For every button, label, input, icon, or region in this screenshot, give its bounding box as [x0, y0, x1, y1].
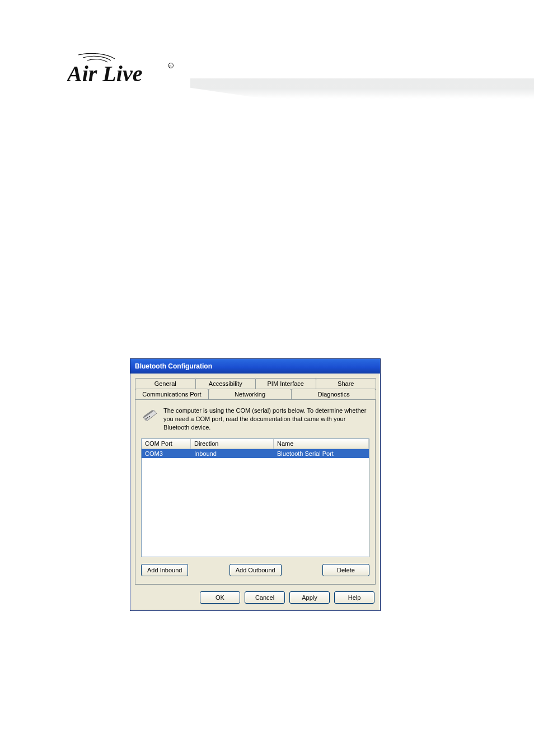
col-name[interactable]: Name — [274, 439, 369, 449]
col-direction[interactable]: Direction — [191, 439, 274, 449]
tab-networking[interactable]: Networking — [208, 389, 292, 400]
tab-general[interactable]: General — [135, 378, 196, 389]
svg-point-4 — [147, 417, 148, 418]
page-header: Air Live R — [0, 0, 534, 118]
list-header: COM Port Direction Name — [142, 439, 369, 449]
add-inbound-button[interactable]: Add Inbound — [141, 564, 188, 576]
dialog-title: Bluetooth Configuration — [135, 362, 212, 370]
dialog-button-row: OK Cancel Apply Help — [130, 587, 380, 610]
tab-label: General — [154, 380, 176, 387]
cancel-button[interactable]: Cancel — [245, 591, 285, 604]
bluetooth-config-dialog: Bluetooth Configuration General Accessib… — [130, 358, 381, 611]
ok-button[interactable]: OK — [200, 591, 240, 604]
tab-communications-port[interactable]: Communications Port — [135, 389, 209, 400]
header-accent — [190, 78, 534, 112]
panel-button-row: Add Inbound Add Outbound Delete — [141, 564, 369, 576]
com-port-list[interactable]: COM Port Direction Name COM3 Inbound Blu… — [141, 438, 369, 557]
tab-row-back: General Accessibility PIM Interface Shar… — [135, 378, 376, 389]
tab-share[interactable]: Share — [316, 378, 377, 389]
add-outbound-button[interactable]: Add Outbound — [229, 564, 282, 576]
serial-port-icon — [141, 407, 159, 424]
apply-button[interactable]: Apply — [289, 591, 330, 604]
tab-label: Communications Port — [142, 391, 201, 398]
info-text: The computer is using the COM (serial) p… — [163, 407, 369, 432]
cell-direction: Inbound — [191, 449, 274, 458]
tab-label: PIM Interface — [268, 380, 304, 387]
dialog-titlebar[interactable]: Bluetooth Configuration — [130, 359, 380, 374]
tab-pim-interface[interactable]: PIM Interface — [255, 378, 316, 389]
tab-label: Share — [338, 380, 354, 387]
tab-label: Diagnostics — [318, 391, 350, 398]
help-button[interactable]: Help — [334, 591, 374, 604]
tab-label: Networking — [235, 391, 265, 398]
svg-point-3 — [146, 418, 147, 419]
tab-label: Accessibility — [209, 380, 242, 387]
svg-point-5 — [149, 416, 150, 417]
tab-panel-communications-port: The computer is using the COM (serial) p… — [135, 399, 376, 585]
info-row: The computer is using the COM (serial) p… — [141, 407, 369, 432]
cell-com-port: COM3 — [142, 449, 191, 458]
delete-button[interactable]: Delete — [322, 564, 369, 576]
tab-diagnostics[interactable]: Diagnostics — [291, 389, 376, 400]
brand-logo: Air Live R — [67, 53, 179, 89]
svg-text:Air Live: Air Live — [67, 61, 142, 86]
list-row[interactable]: COM3 Inbound Bluetooth Serial Port — [142, 449, 369, 458]
cell-name: Bluetooth Serial Port — [274, 449, 369, 458]
tab-container: General Accessibility PIM Interface Shar… — [130, 374, 380, 587]
tab-accessibility[interactable]: Accessibility — [195, 378, 256, 389]
svg-text:R: R — [169, 65, 172, 68]
col-com-port[interactable]: COM Port — [142, 439, 191, 449]
tab-row-front: Communications Port Networking Diagnosti… — [135, 389, 376, 400]
